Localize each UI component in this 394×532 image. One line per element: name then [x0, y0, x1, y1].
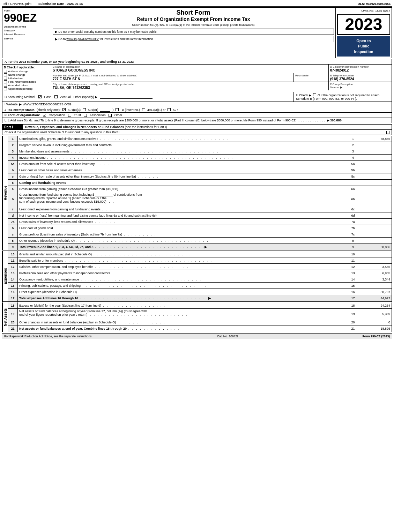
row-5b: b Less: cost or other basis and sales ex… [8, 167, 392, 173]
part-i-check-row: Check if the organization used Schedule … [2, 130, 392, 135]
checkbox-name-change[interactable] [4, 73, 7, 76]
checkbox-trust[interactable] [68, 114, 71, 117]
val-5a [360, 161, 392, 167]
checkbox-schedule-o[interactable] [386, 131, 389, 134]
checkbox-address-change[interactable] [4, 70, 7, 73]
checkbox-corp[interactable] [43, 114, 46, 117]
checkbox-cash[interactable] [38, 95, 42, 98]
expenses-section: Expenses 10 Grants and similar amounts p… [2, 251, 392, 302]
check-initial-return: Initial return [4, 77, 50, 80]
val-14: 3,344 [360, 276, 392, 282]
checkbox-other-k[interactable] [109, 114, 112, 117]
checkbox-501c[interactable] [83, 108, 86, 111]
desc-10: Grants and similar amounts paid (list in… [18, 251, 346, 257]
row-6b: b Gross income from fundraising events (… [8, 192, 392, 206]
omb-no: OMB No. 1545-0047 [337, 9, 390, 13]
num-16: 16 [8, 289, 18, 295]
net-assets-section: Net Assets 18 Excess or (deficit) for th… [2, 302, 392, 332]
instruction1: ▶ Do not enter social security numbers o… [55, 30, 157, 33]
checkbox-h[interactable] [313, 93, 316, 96]
checkbox-initial-return[interactable] [4, 77, 7, 80]
main-header: Form 990EZ Department of the Treasury In… [2, 7, 392, 58]
row-19: 19 Net assets or fund balances at beginn… [8, 309, 392, 319]
row-11: 11 Benefits paid to or for members . . .… [8, 257, 392, 264]
row-9: 9 Total revenue. Add lines 1, 2, 3, 4, 5… [8, 244, 392, 250]
row-21: 21 Net assets or fund balances at end of… [8, 325, 392, 332]
row-13: 13 Professional fees and other payments … [8, 270, 392, 276]
website-url[interactable]: WWW.STOREDGOODNESS.ORG [23, 103, 72, 106]
k-label: K Form of organization: [5, 113, 40, 117]
year-block: 2023 [337, 14, 390, 35]
checkbox-527[interactable] [168, 108, 171, 111]
check-name-change: Name change [4, 73, 50, 76]
num-5c: c [8, 173, 18, 179]
checkbox-501c3[interactable] [62, 108, 66, 111]
status-527: 527 [173, 108, 178, 112]
phone-cell: E Telephone number (918) 370-8524 [329, 73, 392, 82]
l-arrow: ▶ $ [327, 119, 332, 122]
row-12: 12 Salaries, other compensation, and emp… [8, 264, 392, 270]
instruction1-box: ▶ Do not enter social security numbers o… [53, 29, 334, 35]
ref-3: 3 [346, 148, 360, 154]
net-assets-side-label: Net Assets [2, 302, 8, 332]
desc-7c: Gross profit or (loss) from sales of inv… [18, 231, 346, 237]
part-i-label: Part I [4, 125, 13, 129]
desc-6: Gaming and fundraising events [18, 180, 346, 186]
val-6c [360, 206, 392, 212]
ein-cell: D Employer identification number 87-3824… [329, 65, 392, 73]
desc-19-line1: Net assets or fund balances at beginning… [19, 309, 147, 313]
ref-9: 9 [346, 244, 360, 250]
row-14: 14 Occupancy, rent, utilities, and maint… [8, 276, 392, 283]
num-19: 19 [8, 309, 18, 319]
row-5a: 5a Gross amount from sale of assets othe… [8, 161, 392, 167]
desc-1: Contributions, gifts, grants, and simila… [18, 136, 346, 142]
val-8 [360, 238, 392, 243]
accounting-method: G Accounting Method: Cash Accrual Other … [2, 92, 294, 102]
checkbox-4947[interactable] [142, 108, 145, 111]
val-13: 6,985 [360, 270, 392, 276]
checkbox-assoc[interactable] [84, 114, 87, 117]
tax-status-row: J Tax-exempt status (check only one): 50… [2, 107, 392, 113]
num-9: 9 [8, 244, 18, 250]
revenue-section: Revenue 1 Contributions, gifts, grants, … [2, 136, 392, 250]
checkbox-accrual[interactable] [54, 95, 58, 98]
row-16: 16 Other expenses (describe in Schedule … [8, 289, 392, 295]
val-21: 18,895 [360, 325, 392, 332]
footer-middle: Cat. No. 10642I [217, 335, 238, 338]
row-5c: c Gain or (loss) from sale of assets oth… [8, 173, 392, 180]
checkbox-final-return[interactable] [4, 80, 7, 83]
part-i-title-note: (see the instructions for Part I) [125, 125, 167, 129]
ref-6b: 6b [346, 192, 360, 206]
val-7c [360, 231, 392, 237]
subtitle: Under section 501(c), 527, or 4947(a)(1)… [53, 23, 334, 27]
desc-6d: Net income or (loss) from gaming and fun… [18, 212, 346, 218]
group-exemption-cell: F Group Exemption Number ▶ [329, 82, 392, 90]
desc-2: Program service revenue including govern… [18, 142, 346, 148]
section-a: A For the 2023 calendar year, or tax yea… [2, 59, 392, 65]
dept-line1: Department of the [4, 25, 50, 29]
instruction2-box: ▶ Go to www.irs.gov/Form990EZ for instru… [53, 36, 334, 42]
row-2: 2 Program service revenue including gove… [8, 142, 392, 148]
label-final-return: Final return/terminated [8, 80, 36, 83]
val-12: 3,586 [360, 264, 392, 270]
org-name: STORED GOODNESS INC [53, 68, 327, 72]
short-form-title: Short Form [53, 9, 334, 16]
check-amended-return: Amended return [4, 84, 50, 87]
checkbox-amended-return[interactable] [4, 84, 7, 87]
name-row: C Name of organization STORED GOODNESS I… [51, 65, 392, 73]
part-i-check-text: Check if the organization used Schedule … [5, 130, 119, 134]
footer-left: For Paperwork Reduction Act Notice, see … [4, 335, 92, 338]
footer-right: Form 990-EZ (2023) [363, 335, 390, 338]
form-title-block: Short Form Return of Organization Exempt… [51, 8, 336, 58]
j-label: J Tax-exempt status [5, 108, 35, 112]
val-6 [360, 180, 392, 186]
label-name-change: Name change [8, 73, 25, 76]
row-6a: a Gross income from gaming (attach Sched… [8, 186, 392, 192]
num-1: 1 [8, 136, 18, 142]
dln-label: DLN: 93492135052654 [358, 2, 391, 6]
section-b: B Check if applicable: Address change Na… [2, 65, 51, 92]
checkbox-501c-insert[interactable] [116, 108, 119, 111]
row-18: 18 Excess or (deficit) for the year (Sub… [8, 302, 392, 309]
checkbox-application-pending[interactable] [4, 87, 7, 90]
num-5b: b [8, 167, 18, 173]
